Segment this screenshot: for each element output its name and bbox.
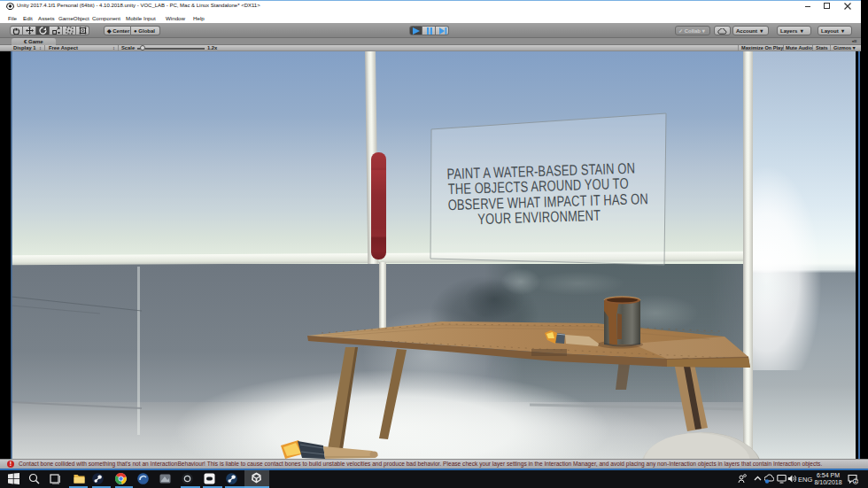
svg-text:2: 2 [854, 478, 856, 484]
